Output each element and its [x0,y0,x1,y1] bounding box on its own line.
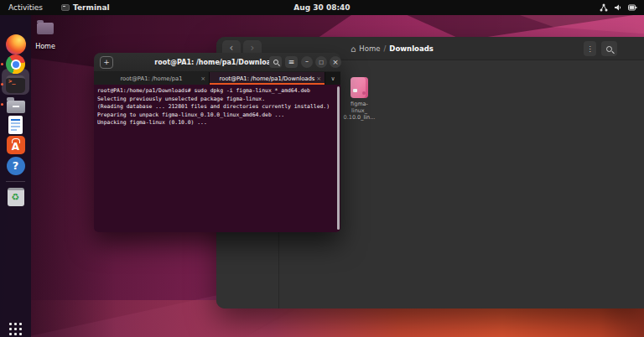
home-folder-icon [37,23,54,34]
view-options-icon: ⋮ [587,45,594,53]
running-indicator [1,63,3,65]
terminal-tab-downloads[interactable]: root@PA1: /home/pa1/Downloads × [210,72,325,85]
terminal-output-line: Preparing to unpack figma-linux_0.10.0_l… [97,111,336,120]
terminal-icon: >_ [6,75,25,93]
search-icon [606,46,612,52]
terminal-output-area[interactable]: root@PA1:/home/pa1/Downloads# sudo dpkg … [94,85,340,232]
tab-close-icon[interactable]: × [316,75,321,82]
minimize-button[interactable]: – [301,56,313,68]
terminal-search-button[interactable] [269,56,282,68]
file-item-figma-deb[interactable]: figma- linux_ 0.10.0_lin... [336,77,382,121]
view-options-button[interactable]: ⋮ [584,41,596,56]
dock-item-terminal[interactable]: >_ [4,73,27,96]
terminal-titlebar[interactable]: root@PA1: /home/pa1/Downloads + ≡ – □ × [94,53,340,72]
dock-item-firefox[interactable] [4,33,27,55]
desktop-icon-home[interactable]: Home [34,19,57,52]
libreoffice-writer-icon [8,116,23,134]
maximize-icon: □ [319,56,324,68]
new-tab-button[interactable]: + [100,56,113,69]
back-icon: ‹ [230,42,234,54]
search-icon [273,60,278,65]
terminal-output-line: (Reading database ... 212801 files and d… [97,103,336,111]
file-name-line: figma- [336,101,382,107]
dock-item-trash[interactable]: ♻ [4,185,27,208]
file-name-line: 0.10.0_lin... [336,114,382,121]
running-indicator [1,103,3,106]
desktop-screen: Home ‹ › ⌂ Home / Downloads ⋮ figma- lin… [0,0,644,337]
top-bar: Activities Terminal Aug 30 08:40 [0,0,644,15]
activities-button[interactable]: Activities [8,3,43,12]
firefox-icon [6,34,26,54]
trash-icon: ♻ [8,188,24,206]
desktop-icon-label: Home [35,43,55,50]
search-button[interactable] [601,41,617,56]
breadcrumb-current[interactable]: Downloads [389,44,433,53]
clock-button[interactable]: Aug 30 08:40 [293,3,350,12]
file-name-line: linux_ [336,107,382,114]
dock: >_ A ? ♻ [0,15,31,337]
dock-separator [6,181,25,182]
focused-app-label: Terminal [73,3,110,12]
breadcrumb-separator: / [383,44,386,53]
minimize-icon: – [305,56,309,68]
terminal-window: root@PA1: /home/pa1/Downloads + ≡ – □ × … [94,53,340,232]
system-status-area[interactable] [600,0,637,15]
breadcrumb: ⌂ Home / Downloads [351,37,434,60]
battery-icon [628,3,637,12]
help-icon: ? [7,157,25,175]
terminal-tab-home[interactable]: root@PA1: /home/pa1 × [94,72,210,85]
chrome-icon [6,54,25,74]
dock-item-chrome[interactable] [4,53,27,75]
terminal-app-icon [61,4,70,11]
terminal-output-line: Unpacking figma-linux (0.10.0) ... [97,119,336,127]
tab-close-icon[interactable]: × [200,75,205,82]
close-icon: × [332,56,339,68]
terminal-output-line: root@PA1:/home/pa1/Downloads# sudo dpkg … [97,87,336,96]
running-indicator [1,83,3,86]
hamburger-menu-icon: ≡ [288,56,295,68]
forward-icon: › [251,42,255,54]
tab-label: root@PA1: /home/pa1/Downloads [220,75,315,82]
dock-item-libreoffice-writer[interactable] [4,113,27,136]
terminal-output-line: Selecting previously unselected package … [97,96,336,104]
tab-label: root@PA1: /home/pa1 [120,75,182,82]
terminal-scrollbar[interactable] [337,86,340,230]
tab-list-button[interactable]: ∨ [325,72,340,85]
close-button[interactable]: × [330,56,341,68]
maximize-button[interactable]: □ [315,56,327,68]
ubuntu-software-icon: A [7,136,25,154]
new-tab-icon: + [103,58,110,66]
breadcrumb-home[interactable]: Home [359,44,380,53]
volume-icon [614,3,622,12]
dock-item-files[interactable] [4,93,27,116]
network-icon [600,3,608,12]
terminal-menu-button[interactable]: ≡ [285,56,298,68]
show-applications-button[interactable] [9,323,22,335]
home-icon: ⌂ [351,44,356,54]
dock-item-help[interactable]: ? [4,154,27,177]
chevron-down-icon: ∨ [330,75,335,82]
terminal-tab-bar: root@PA1: /home/pa1 × root@PA1: /home/pa… [94,72,340,85]
focused-app-menu[interactable]: Terminal [61,3,110,12]
dock-item-ubuntu-software[interactable]: A [4,133,27,156]
deb-package-icon [351,77,368,98]
files-icon [7,101,25,113]
